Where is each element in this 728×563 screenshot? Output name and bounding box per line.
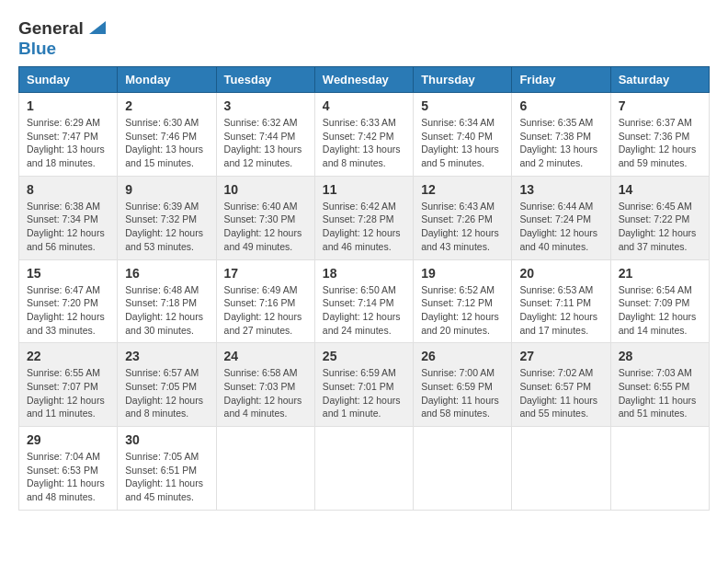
day-info: Sunrise: 6:57 AM Sunset: 7:05 PM Dayligh… bbox=[125, 366, 208, 420]
sunrise-label: Sunrise: 6:47 AM bbox=[27, 284, 100, 295]
calendar-week-row: 15 Sunrise: 6:47 AM Sunset: 7:20 PM Dayl… bbox=[19, 259, 710, 343]
calendar-cell: 25 Sunrise: 6:59 AM Sunset: 7:01 PM Dayl… bbox=[314, 343, 413, 427]
day-number: 17 bbox=[224, 266, 307, 281]
sunset-label: Sunset: 7:44 PM bbox=[224, 131, 296, 142]
weekday-monday: Monday bbox=[118, 67, 216, 93]
day-info: Sunrise: 7:05 AM Sunset: 6:51 PM Dayligh… bbox=[125, 450, 208, 504]
weekday-wednesday: Wednesday bbox=[314, 67, 413, 93]
day-info: Sunrise: 7:04 AM Sunset: 6:53 PM Dayligh… bbox=[27, 450, 109, 504]
sunrise-label: Sunrise: 7:00 AM bbox=[421, 367, 495, 378]
calendar-cell bbox=[414, 427, 512, 511]
weekday-sunday: Sunday bbox=[19, 67, 118, 93]
sunset-label: Sunset: 7:05 PM bbox=[125, 381, 197, 392]
sunrise-label: Sunrise: 6:45 AM bbox=[619, 201, 692, 212]
calendar-cell: 19 Sunrise: 6:52 AM Sunset: 7:12 PM Dayl… bbox=[414, 259, 512, 343]
day-info: Sunrise: 6:40 AM Sunset: 7:30 PM Dayligh… bbox=[224, 200, 307, 254]
day-number: 9 bbox=[125, 182, 208, 197]
sunrise-label: Sunrise: 6:54 AM bbox=[619, 284, 692, 295]
sunrise-label: Sunrise: 6:39 AM bbox=[125, 201, 199, 212]
sunset-label: Sunset: 7:22 PM bbox=[619, 213, 690, 224]
calendar-cell: 2 Sunrise: 6:30 AM Sunset: 7:46 PM Dayli… bbox=[118, 93, 216, 177]
daylight-label: Daylight: 11 hours and 51 minutes. bbox=[619, 395, 697, 419]
sunset-label: Sunset: 7:09 PM bbox=[619, 297, 690, 308]
sunrise-label: Sunrise: 6:38 AM bbox=[27, 201, 100, 212]
daylight-label: Daylight: 13 hours and 18 minutes. bbox=[27, 144, 105, 168]
day-number: 18 bbox=[323, 266, 405, 281]
sunrise-label: Sunrise: 6:52 AM bbox=[421, 284, 495, 295]
calendar-cell: 12 Sunrise: 6:43 AM Sunset: 7:26 PM Dayl… bbox=[414, 176, 512, 259]
daylight-label: Daylight: 13 hours and 15 minutes. bbox=[125, 144, 203, 168]
calendar-week-row: 22 Sunrise: 6:55 AM Sunset: 7:07 PM Dayl… bbox=[19, 343, 710, 427]
day-number: 24 bbox=[224, 349, 307, 363]
daylight-label: Daylight: 11 hours and 55 minutes. bbox=[519, 395, 597, 419]
calendar-cell bbox=[216, 427, 314, 511]
day-info: Sunrise: 6:52 AM Sunset: 7:12 PM Dayligh… bbox=[421, 283, 504, 338]
day-number: 2 bbox=[125, 98, 208, 113]
day-number: 16 bbox=[125, 266, 208, 281]
daylight-label: Daylight: 12 hours and 37 minutes. bbox=[619, 227, 697, 252]
calendar-cell: 16 Sunrise: 6:48 AM Sunset: 7:18 PM Dayl… bbox=[118, 259, 216, 343]
calendar-cell: 9 Sunrise: 6:39 AM Sunset: 7:32 PM Dayli… bbox=[118, 176, 216, 259]
sunset-label: Sunset: 7:42 PM bbox=[323, 131, 394, 142]
daylight-label: Daylight: 12 hours and 4 minutes. bbox=[224, 395, 302, 419]
day-info: Sunrise: 6:32 AM Sunset: 7:44 PM Dayligh… bbox=[224, 116, 307, 170]
calendar-cell: 4 Sunrise: 6:33 AM Sunset: 7:42 PM Dayli… bbox=[314, 93, 413, 177]
sunset-label: Sunset: 7:01 PM bbox=[323, 381, 394, 392]
sunrise-label: Sunrise: 6:48 AM bbox=[125, 284, 199, 295]
day-number: 13 bbox=[519, 182, 602, 197]
day-info: Sunrise: 6:58 AM Sunset: 7:03 PM Dayligh… bbox=[224, 366, 307, 420]
sunset-label: Sunset: 7:16 PM bbox=[224, 297, 296, 308]
day-info: Sunrise: 6:37 AM Sunset: 7:36 PM Dayligh… bbox=[619, 116, 701, 170]
calendar-cell: 30 Sunrise: 7:05 AM Sunset: 6:51 PM Dayl… bbox=[118, 427, 216, 511]
sunrise-label: Sunrise: 6:34 AM bbox=[421, 117, 495, 128]
sunset-label: Sunset: 7:14 PM bbox=[323, 297, 394, 308]
calendar-cell: 22 Sunrise: 6:55 AM Sunset: 7:07 PM Dayl… bbox=[19, 343, 118, 427]
day-number: 20 bbox=[519, 266, 602, 281]
daylight-label: Daylight: 13 hours and 5 minutes. bbox=[421, 144, 499, 168]
day-number: 7 bbox=[619, 98, 701, 113]
calendar-cell: 27 Sunrise: 7:02 AM Sunset: 6:57 PM Dayl… bbox=[512, 343, 610, 427]
sunrise-label: Sunrise: 6:43 AM bbox=[421, 201, 495, 212]
day-number: 1 bbox=[27, 98, 109, 113]
daylight-label: Daylight: 12 hours and 40 minutes. bbox=[519, 227, 597, 252]
sunrise-label: Sunrise: 7:05 AM bbox=[125, 451, 199, 462]
page-header: General Blue bbox=[18, 18, 710, 59]
logo-triangle-icon bbox=[85, 17, 106, 38]
day-number: 25 bbox=[323, 349, 405, 363]
day-info: Sunrise: 7:02 AM Sunset: 6:57 PM Dayligh… bbox=[519, 366, 602, 420]
day-info: Sunrise: 6:43 AM Sunset: 7:26 PM Dayligh… bbox=[421, 200, 504, 254]
day-info: Sunrise: 6:39 AM Sunset: 7:32 PM Dayligh… bbox=[125, 200, 208, 254]
sunset-label: Sunset: 7:32 PM bbox=[125, 213, 197, 224]
daylight-label: Daylight: 12 hours and 1 minute. bbox=[323, 395, 401, 419]
daylight-label: Daylight: 12 hours and 30 minutes. bbox=[125, 311, 203, 336]
daylight-label: Daylight: 11 hours and 45 minutes. bbox=[125, 477, 203, 502]
daylight-label: Daylight: 13 hours and 12 minutes. bbox=[224, 144, 302, 168]
daylight-label: Daylight: 13 hours and 2 minutes. bbox=[519, 144, 597, 168]
daylight-label: Daylight: 12 hours and 14 minutes. bbox=[619, 311, 697, 336]
day-number: 4 bbox=[323, 98, 405, 113]
calendar-body: 1 Sunrise: 6:29 AM Sunset: 7:47 PM Dayli… bbox=[19, 93, 710, 511]
day-number: 30 bbox=[125, 432, 208, 447]
day-number: 29 bbox=[27, 432, 109, 447]
sunset-label: Sunset: 7:30 PM bbox=[224, 213, 296, 224]
calendar-cell: 15 Sunrise: 6:47 AM Sunset: 7:20 PM Dayl… bbox=[19, 259, 118, 343]
daylight-label: Daylight: 11 hours and 48 minutes. bbox=[27, 477, 105, 502]
calendar-cell: 14 Sunrise: 6:45 AM Sunset: 7:22 PM Dayl… bbox=[610, 176, 709, 259]
day-number: 26 bbox=[421, 349, 504, 363]
sunrise-label: Sunrise: 6:44 AM bbox=[519, 201, 593, 212]
sunset-label: Sunset: 7:36 PM bbox=[619, 131, 690, 142]
calendar-cell: 20 Sunrise: 6:53 AM Sunset: 7:11 PM Dayl… bbox=[512, 259, 610, 343]
calendar-cell: 21 Sunrise: 6:54 AM Sunset: 7:09 PM Dayl… bbox=[610, 259, 709, 343]
day-number: 23 bbox=[125, 349, 208, 363]
day-number: 19 bbox=[421, 266, 504, 281]
day-info: Sunrise: 6:54 AM Sunset: 7:09 PM Dayligh… bbox=[619, 283, 701, 338]
sunset-label: Sunset: 7:18 PM bbox=[125, 297, 197, 308]
daylight-label: Daylight: 12 hours and 33 minutes. bbox=[27, 311, 105, 336]
calendar-cell bbox=[314, 427, 413, 511]
day-info: Sunrise: 7:00 AM Sunset: 6:59 PM Dayligh… bbox=[421, 366, 504, 420]
weekday-saturday: Saturday bbox=[610, 67, 709, 93]
day-info: Sunrise: 6:30 AM Sunset: 7:46 PM Dayligh… bbox=[125, 116, 208, 170]
sunrise-label: Sunrise: 6:37 AM bbox=[619, 117, 692, 128]
calendar-cell: 10 Sunrise: 6:40 AM Sunset: 7:30 PM Dayl… bbox=[216, 176, 314, 259]
calendar-cell: 11 Sunrise: 6:42 AM Sunset: 7:28 PM Dayl… bbox=[314, 176, 413, 259]
